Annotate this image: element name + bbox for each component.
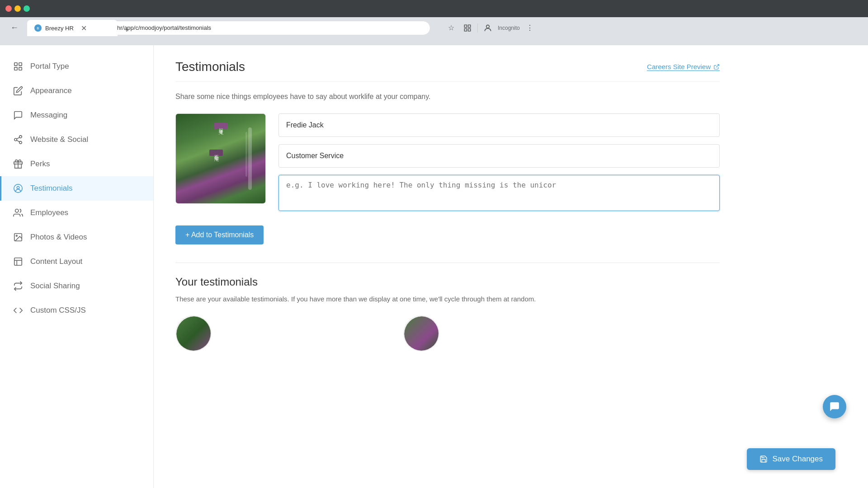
sidebar-label-messaging: Messaging [30, 111, 67, 120]
incognito-label: Incognito [498, 25, 520, 31]
sidebar-item-employees[interactable]: Employees [0, 201, 153, 225]
sidebar-item-appearance[interactable]: Appearance [0, 79, 153, 103]
sidebar-label-website-social: Website & Social [30, 135, 88, 144]
svg-line-24 [716, 64, 719, 67]
quote-textarea[interactable] [278, 175, 720, 211]
user-circle-icon [12, 183, 24, 194]
sidebar-item-custom-css[interactable]: Custom CSS/JS [0, 298, 153, 323]
svg-rect-2 [464, 28, 467, 31]
svg-rect-5 [14, 63, 17, 66]
add-testimonial-button[interactable]: + Add to Testimonials [175, 225, 264, 244]
testimonial-avatar-1[interactable] [175, 315, 212, 352]
svg-point-18 [15, 209, 19, 212]
toolbar-right: ☆ Incognito ⋮ [445, 22, 536, 34]
external-link-icon [713, 64, 720, 70]
add-button-label: + Add to Testimonials [185, 231, 254, 239]
traffic-lights [5, 5, 30, 12]
svg-line-13 [17, 137, 19, 139]
sidebar-label-perks: Perks [30, 160, 50, 169]
your-testimonials-desc: These are your available testimonials. I… [175, 294, 720, 305]
users-icon [12, 207, 24, 219]
svg-rect-6 [19, 63, 22, 66]
sidebar-label-content-layout: Content Layout [30, 257, 82, 266]
page-description: Share some nice things employees have to… [175, 93, 720, 101]
svg-rect-21 [14, 258, 22, 266]
sidebar-label-portal-type: Portal Type [30, 62, 69, 71]
role-input[interactable] [278, 144, 720, 168]
svg-rect-7 [14, 67, 17, 70]
profile-icon[interactable] [481, 22, 494, 34]
share-icon [12, 134, 24, 145]
save-bar: Save Changes [732, 439, 850, 479]
svg-rect-8 [19, 67, 22, 70]
browser-chrome: ← → ↻ 🔒 app.breezy.hr/app/c/moodjoy/port… [0, 0, 868, 45]
page-title: Testimonials [175, 60, 245, 74]
app-layout: Portal Type Appearance Messaging Website… [0, 45, 868, 488]
save-changes-button[interactable]: Save Changes [747, 448, 835, 470]
svg-point-10 [14, 138, 17, 141]
sidebar-label-testimonials: Testimonials [30, 184, 73, 193]
grid-icon [12, 61, 24, 72]
repeat-icon [12, 280, 24, 292]
new-tab-button[interactable]: + [120, 23, 133, 36]
chat-icon [829, 401, 840, 413]
sidebar-item-testimonials[interactable]: Testimonials [0, 176, 153, 201]
chat-bubble-button[interactable] [823, 395, 846, 418]
close-window-button[interactable] [5, 5, 12, 12]
gift-icon [12, 158, 24, 170]
svg-point-9 [19, 136, 22, 138]
careers-preview-link[interactable]: Careers Site Preview [647, 63, 720, 71]
extensions-icon[interactable] [461, 22, 474, 34]
save-button-label: Save Changes [772, 455, 823, 464]
tab-favicon: B [34, 24, 42, 32]
sidebar-item-portal-type[interactable]: Portal Type [0, 54, 153, 79]
careers-preview-text: Careers Site Preview [647, 63, 711, 70]
your-testimonials-section: Your testimonials These are your availab… [175, 263, 720, 352]
tab-close-button[interactable]: ✕ [81, 24, 87, 33]
testimonial-form: 行者滝 不動滝 [175, 113, 720, 211]
image-upload[interactable]: 行者滝 不動滝 [175, 113, 266, 204]
testimonials-grid [175, 315, 720, 352]
sidebar-label-social-sharing: Social Sharing [30, 282, 80, 291]
svg-rect-1 [468, 25, 471, 27]
sidebar-item-website-social[interactable]: Website & Social [0, 127, 153, 152]
svg-point-20 [16, 235, 17, 236]
svg-rect-3 [468, 28, 471, 31]
title-bar [0, 0, 868, 17]
menu-icon[interactable]: ⋮ [524, 22, 536, 34]
code-icon [12, 305, 24, 316]
sidebar-item-content-layout[interactable]: Content Layout [0, 249, 153, 274]
message-icon [12, 109, 24, 121]
content-wrapper: Testimonials Careers Site Preview Share … [154, 45, 741, 366]
bookmark-icon[interactable]: ☆ [445, 22, 458, 34]
testimonial-avatar-2[interactable] [403, 315, 439, 352]
back-button[interactable]: ← [7, 21, 22, 35]
form-fields [278, 113, 720, 211]
svg-point-4 [486, 25, 490, 28]
page-header: Testimonials Careers Site Preview [175, 60, 720, 82]
sidebar-item-social-sharing[interactable]: Social Sharing [0, 274, 153, 298]
svg-line-12 [17, 140, 19, 142]
sidebar-item-photos-videos[interactable]: Photos & Videos [0, 225, 153, 249]
sidebar-label-employees: Employees [30, 208, 68, 217]
layout-icon [12, 256, 24, 267]
sidebar: Portal Type Appearance Messaging Website… [0, 45, 154, 488]
sidebar-label-photos-videos: Photos & Videos [30, 233, 87, 242]
image-icon [12, 231, 24, 243]
main-content: Testimonials Careers Site Preview Share … [154, 45, 868, 488]
svg-point-16 [14, 184, 22, 192]
tab-title: Breezy HR [45, 25, 74, 32]
svg-rect-0 [464, 25, 467, 27]
sidebar-item-perks[interactable]: Perks [0, 152, 153, 176]
browser-tab[interactable]: B Breezy HR ✕ [27, 20, 118, 36]
save-icon [760, 455, 768, 463]
your-testimonials-title: Your testimonials [175, 276, 720, 288]
name-input[interactable] [278, 113, 720, 137]
edit-icon [12, 85, 24, 97]
maximize-window-button[interactable] [24, 5, 30, 12]
sidebar-label-custom-css: Custom CSS/JS [30, 306, 86, 315]
sidebar-label-appearance: Appearance [30, 86, 72, 95]
minimize-window-button[interactable] [14, 5, 21, 12]
svg-point-11 [19, 141, 22, 144]
sidebar-item-messaging[interactable]: Messaging [0, 103, 153, 127]
